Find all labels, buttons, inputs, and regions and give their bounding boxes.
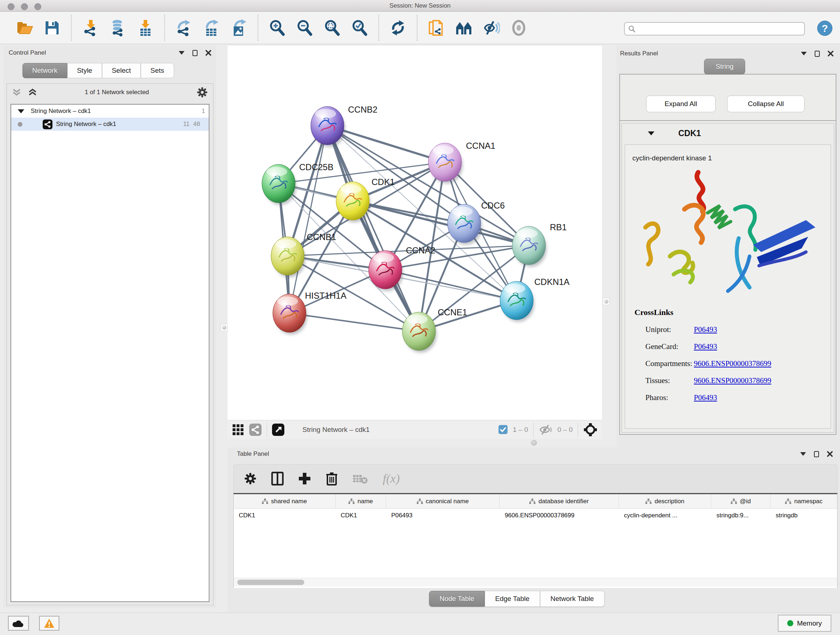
control-panel-tabs: Network Style Select Sets [4,63,216,78]
minimize-window-button[interactable] [21,3,28,10]
cell-namespace[interactable]: stringdb [771,509,837,523]
panel-menu-icon[interactable] [179,51,185,55]
crosslink-link-uniprot[interactable]: P06493 [694,325,717,334]
zoom-fit-icon[interactable] [324,19,341,36]
maximize-window-button[interactable] [34,3,41,10]
apply-layout-icon[interactable] [389,19,407,36]
left-splitter-handle[interactable] [221,324,227,331]
table-float-panel-icon[interactable] [814,451,819,457]
horizontal-scrollbar[interactable] [234,578,837,586]
export-image-icon[interactable] [230,19,248,36]
tab-network[interactable]: Network [22,63,67,78]
network-share-icon [43,119,52,129]
results-float-panel-icon[interactable] [815,51,820,57]
collapse-all-button[interactable]: Collapse All [727,96,805,112]
column-header[interactable]: canonical name [386,494,500,508]
delete-table-icon[interactable] [352,473,368,485]
search-box[interactable] [624,22,805,35]
fit-content-crosshair-icon[interactable] [583,423,598,437]
create-column-icon[interactable] [298,472,311,485]
crosslink-link-pharos[interactable]: P06493 [694,393,717,402]
bottom-splitter-handle[interactable] [531,440,537,446]
birdseye-view-icon[interactable] [272,424,284,436]
memory-button[interactable]: Memory [778,615,831,632]
help-icon[interactable]: ? [817,21,832,36]
hide-graphics-details-icon[interactable] [483,19,500,36]
network-row[interactable]: String Network – cdk1 11 48 [11,118,209,131]
table-options-gear-icon[interactable] [244,472,257,485]
zoom-out-icon[interactable] [296,19,313,36]
crosslink-link-tissues[interactable]: 9606.ENSP00000378699 [694,376,771,385]
import-network-icon[interactable] [82,19,99,36]
network-canvas[interactable]: CCNB2CCNA1CDC25BCDK1CDC6RB1CCNB1CCNA2CDK… [227,46,602,420]
export-table-icon[interactable] [202,19,220,36]
float-panel-icon[interactable] [193,50,197,56]
tab-network-table[interactable]: Network Table [540,591,605,607]
hidden-eye-slash-icon [538,424,553,435]
cell-id[interactable]: stringdb:9... [711,509,771,523]
network-node-label: CDC6 [481,201,505,211]
cell-shared-name[interactable]: CDK1 [234,509,336,523]
crosslink-link-genecard[interactable]: P06493 [694,342,717,351]
cloud-button[interactable] [8,616,29,631]
collapse-entry-icon[interactable] [648,131,654,135]
right-splitter-handle[interactable] [603,298,609,305]
selected-nodes-checkbox[interactable] [499,425,508,434]
network-options-gear-icon[interactable] [196,87,208,98]
network-view-share-icon[interactable] [249,424,262,436]
column-header[interactable]: database identifier [500,494,619,508]
column-header[interactable]: @id [711,494,771,508]
close-window-button[interactable] [8,3,14,10]
show-columns-icon[interactable] [271,472,284,486]
cell-canonical-name[interactable]: P06493 [386,509,500,523]
first-neighbors-icon[interactable] [455,19,472,36]
results-panel-menu-icon[interactable] [801,52,807,55]
network-edge[interactable] [289,313,419,331]
open-file-icon[interactable] [16,19,33,36]
results-close-panel-icon[interactable] [828,51,834,57]
table-close-panel-icon[interactable] [827,451,833,457]
tab-node-table[interactable]: Node Table [429,591,485,607]
network-edge[interactable] [327,126,445,162]
grid-view-icon[interactable] [232,424,244,436]
import-table-icon[interactable] [137,19,154,36]
network-tree: String Network – cdk1 1 String Network –… [11,104,210,602]
zoom-selected-icon[interactable] [351,19,368,36]
expand-all-networks-icon[interactable] [28,88,37,97]
network-collection-row[interactable]: String Network – cdk1 1 [11,105,209,118]
tab-edge-table[interactable]: Edge Table [485,591,540,607]
delete-column-icon[interactable] [325,472,338,486]
cell-database-identifier[interactable]: 9606.ENSP00000378699 [500,509,619,523]
tab-style[interactable]: Style [67,63,102,78]
scrollbar-thumb[interactable] [237,580,304,585]
import-database-icon[interactable] [109,19,126,36]
tab-sets[interactable]: Sets [141,63,174,78]
tab-select[interactable]: Select [102,63,141,78]
save-session-icon[interactable] [43,19,61,36]
close-panel-icon[interactable] [205,50,211,56]
expand-all-button[interactable]: Expand All [646,96,715,112]
column-header[interactable]: description [619,494,712,508]
cell-description[interactable]: cyclin-dependent ... [619,509,712,523]
collapse-all-networks-icon[interactable] [12,88,21,97]
column-header[interactable]: namespac [771,494,837,508]
crosslink-link-compartments[interactable]: 9606.ENSP00000378699 [694,359,771,368]
search-input[interactable] [636,25,804,33]
tab-string[interactable]: String [704,59,745,74]
table-panel-menu-icon[interactable] [800,452,806,456]
network-edge[interactable] [289,126,327,313]
function-builder-icon[interactable]: f(x) [383,472,400,486]
cell-name[interactable]: CDK1 [336,509,386,523]
show-graphics-details-icon[interactable] [510,19,527,36]
column-header[interactable]: shared name [234,494,336,508]
warning-icon [44,618,55,628]
status-bar: Memory [0,613,840,635]
duplicate-network-icon[interactable] [428,19,445,36]
collapse-collection-icon[interactable] [18,109,24,113]
network-edge[interactable] [385,270,516,301]
warnings-button[interactable] [39,616,59,631]
column-header[interactable]: name [336,494,386,508]
export-network-icon[interactable] [175,19,193,36]
table-row[interactable]: CDK1 CDK1 P06493 9606.ENSP00000378699 cy… [234,509,837,523]
zoom-in-icon[interactable] [268,19,286,36]
